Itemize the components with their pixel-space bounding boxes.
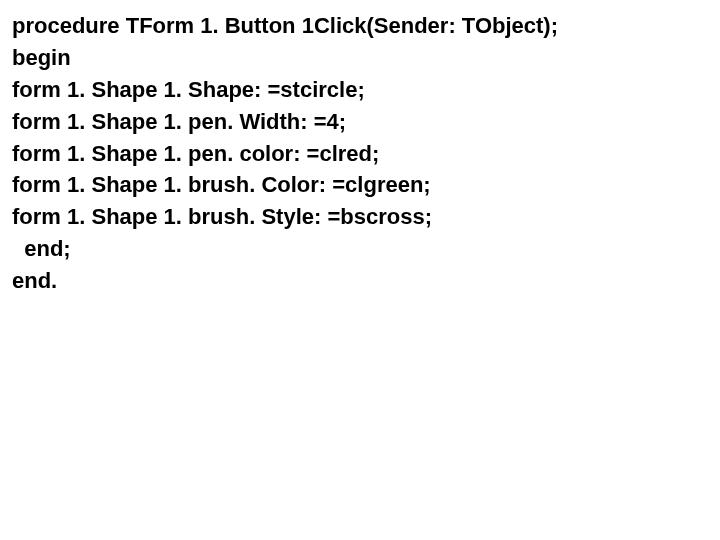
code-line: form 1. Shape 1. brush. Color: =clgreen; [12,169,708,201]
code-line: begin [12,42,708,74]
code-line: form 1. Shape 1. pen. color: =clred; [12,138,708,170]
code-line: form 1. Shape 1. Shape: =stcircle; [12,74,708,106]
code-line: procedure TForm 1. Button 1Click(Sender:… [12,10,708,42]
code-line: form 1. Shape 1. brush. Style: =bscross; [12,201,708,233]
code-line: end. [12,265,708,297]
code-line: form 1. Shape 1. pen. Width: =4; [12,106,708,138]
code-line: end; [12,233,708,265]
code-block: procedure TForm 1. Button 1Click(Sender:… [0,0,720,307]
